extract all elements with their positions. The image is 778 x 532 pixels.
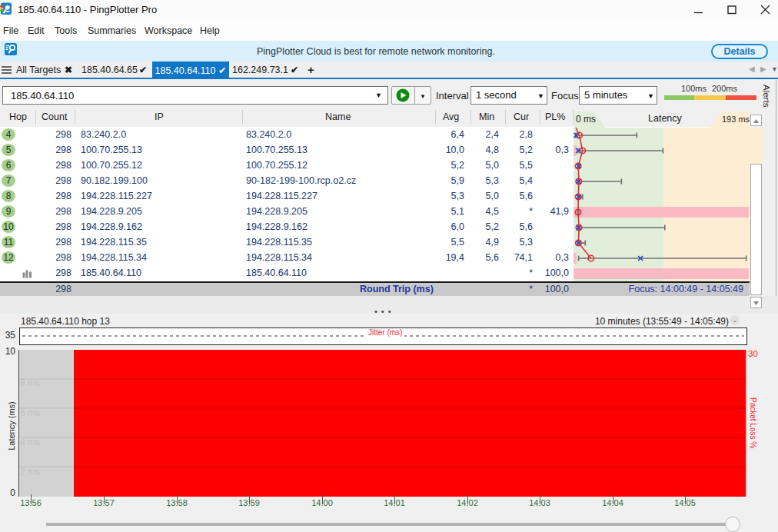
svg-text:0 ms: 0 ms [576,114,596,125]
svg-text:Latency: Latency [648,113,683,124]
svg-text:193 ms: 193 ms [722,115,750,124]
